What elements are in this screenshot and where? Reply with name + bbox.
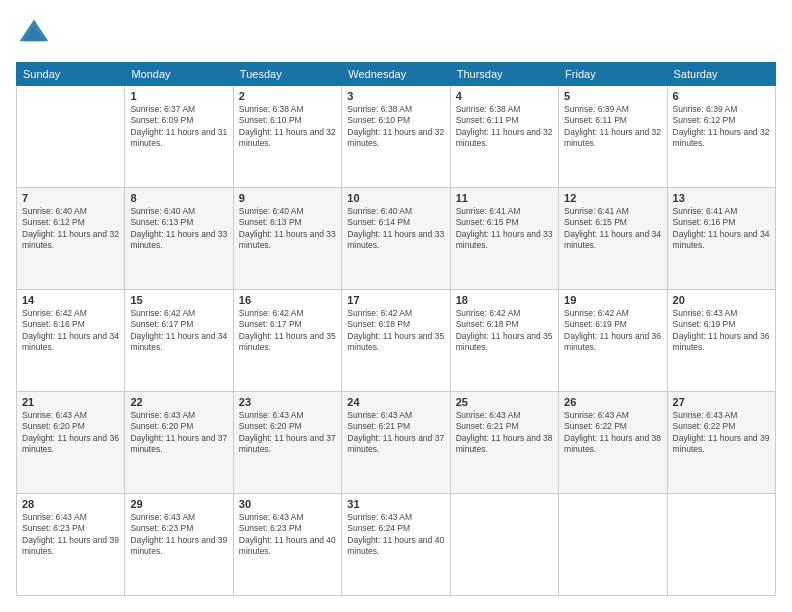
cell-info: Sunrise: 6:42 AMSunset: 6:16 PMDaylight:…	[22, 308, 119, 354]
calendar-cell: 27Sunrise: 6:43 AMSunset: 6:22 PMDayligh…	[667, 392, 775, 494]
cell-info: Sunrise: 6:40 AMSunset: 6:13 PMDaylight:…	[239, 206, 336, 252]
week-row-3: 14Sunrise: 6:42 AMSunset: 6:16 PMDayligh…	[17, 290, 776, 392]
cell-info: Sunrise: 6:41 AMSunset: 6:15 PMDaylight:…	[456, 206, 553, 252]
week-row-4: 21Sunrise: 6:43 AMSunset: 6:20 PMDayligh…	[17, 392, 776, 494]
cell-info: Sunrise: 6:37 AMSunset: 6:09 PMDaylight:…	[130, 104, 227, 150]
calendar-cell: 10Sunrise: 6:40 AMSunset: 6:14 PMDayligh…	[342, 188, 450, 290]
calendar-cell	[450, 494, 558, 596]
calendar-cell: 25Sunrise: 6:43 AMSunset: 6:21 PMDayligh…	[450, 392, 558, 494]
week-row-1: 1Sunrise: 6:37 AMSunset: 6:09 PMDaylight…	[17, 86, 776, 188]
calendar-cell: 30Sunrise: 6:43 AMSunset: 6:23 PMDayligh…	[233, 494, 341, 596]
cell-day-number: 31	[347, 498, 444, 510]
weekday-header-tuesday: Tuesday	[233, 63, 341, 86]
calendar-cell: 22Sunrise: 6:43 AMSunset: 6:20 PMDayligh…	[125, 392, 233, 494]
cell-day-number: 24	[347, 396, 444, 408]
calendar-cell: 1Sunrise: 6:37 AMSunset: 6:09 PMDaylight…	[125, 86, 233, 188]
cell-info: Sunrise: 6:43 AMSunset: 6:24 PMDaylight:…	[347, 512, 444, 558]
cell-day-number: 23	[239, 396, 336, 408]
cell-day-number: 29	[130, 498, 227, 510]
cell-info: Sunrise: 6:38 AMSunset: 6:10 PMDaylight:…	[347, 104, 444, 150]
calendar-table: SundayMondayTuesdayWednesdayThursdayFrid…	[16, 62, 776, 596]
cell-info: Sunrise: 6:42 AMSunset: 6:18 PMDaylight:…	[456, 308, 553, 354]
calendar-cell: 31Sunrise: 6:43 AMSunset: 6:24 PMDayligh…	[342, 494, 450, 596]
cell-info: Sunrise: 6:43 AMSunset: 6:23 PMDaylight:…	[130, 512, 227, 558]
cell-day-number: 7	[22, 192, 119, 204]
cell-info: Sunrise: 6:41 AMSunset: 6:16 PMDaylight:…	[673, 206, 770, 252]
header	[16, 16, 776, 52]
cell-info: Sunrise: 6:39 AMSunset: 6:12 PMDaylight:…	[673, 104, 770, 150]
calendar-cell: 29Sunrise: 6:43 AMSunset: 6:23 PMDayligh…	[125, 494, 233, 596]
cell-day-number: 13	[673, 192, 770, 204]
page: SundayMondayTuesdayWednesdayThursdayFrid…	[0, 0, 792, 612]
calendar-cell: 4Sunrise: 6:38 AMSunset: 6:11 PMDaylight…	[450, 86, 558, 188]
cell-day-number: 11	[456, 192, 553, 204]
cell-day-number: 27	[673, 396, 770, 408]
cell-day-number: 30	[239, 498, 336, 510]
cell-day-number: 17	[347, 294, 444, 306]
cell-day-number: 12	[564, 192, 661, 204]
logo	[16, 16, 56, 52]
calendar-cell: 8Sunrise: 6:40 AMSunset: 6:13 PMDaylight…	[125, 188, 233, 290]
cell-day-number: 28	[22, 498, 119, 510]
weekday-header-sunday: Sunday	[17, 63, 125, 86]
cell-info: Sunrise: 6:42 AMSunset: 6:17 PMDaylight:…	[130, 308, 227, 354]
cell-day-number: 15	[130, 294, 227, 306]
cell-info: Sunrise: 6:43 AMSunset: 6:23 PMDaylight:…	[239, 512, 336, 558]
cell-info: Sunrise: 6:43 AMSunset: 6:22 PMDaylight:…	[564, 410, 661, 456]
cell-day-number: 16	[239, 294, 336, 306]
cell-day-number: 25	[456, 396, 553, 408]
calendar-cell	[17, 86, 125, 188]
cell-info: Sunrise: 6:43 AMSunset: 6:19 PMDaylight:…	[673, 308, 770, 354]
calendar-cell: 13Sunrise: 6:41 AMSunset: 6:16 PMDayligh…	[667, 188, 775, 290]
weekday-header-monday: Monday	[125, 63, 233, 86]
calendar-cell: 11Sunrise: 6:41 AMSunset: 6:15 PMDayligh…	[450, 188, 558, 290]
calendar-cell: 15Sunrise: 6:42 AMSunset: 6:17 PMDayligh…	[125, 290, 233, 392]
cell-day-number: 6	[673, 90, 770, 102]
weekday-header-thursday: Thursday	[450, 63, 558, 86]
weekday-header-wednesday: Wednesday	[342, 63, 450, 86]
cell-info: Sunrise: 6:43 AMSunset: 6:22 PMDaylight:…	[673, 410, 770, 456]
cell-info: Sunrise: 6:39 AMSunset: 6:11 PMDaylight:…	[564, 104, 661, 150]
calendar-cell: 19Sunrise: 6:42 AMSunset: 6:19 PMDayligh…	[559, 290, 667, 392]
cell-day-number: 8	[130, 192, 227, 204]
cell-info: Sunrise: 6:40 AMSunset: 6:12 PMDaylight:…	[22, 206, 119, 252]
cell-day-number: 22	[130, 396, 227, 408]
cell-info: Sunrise: 6:42 AMSunset: 6:19 PMDaylight:…	[564, 308, 661, 354]
calendar-cell: 24Sunrise: 6:43 AMSunset: 6:21 PMDayligh…	[342, 392, 450, 494]
cell-day-number: 1	[130, 90, 227, 102]
cell-day-number: 19	[564, 294, 661, 306]
cell-info: Sunrise: 6:42 AMSunset: 6:17 PMDaylight:…	[239, 308, 336, 354]
cell-info: Sunrise: 6:43 AMSunset: 6:21 PMDaylight:…	[456, 410, 553, 456]
weekday-header-saturday: Saturday	[667, 63, 775, 86]
calendar-cell: 6Sunrise: 6:39 AMSunset: 6:12 PMDaylight…	[667, 86, 775, 188]
calendar-cell: 9Sunrise: 6:40 AMSunset: 6:13 PMDaylight…	[233, 188, 341, 290]
cell-day-number: 18	[456, 294, 553, 306]
cell-info: Sunrise: 6:42 AMSunset: 6:18 PMDaylight:…	[347, 308, 444, 354]
cell-day-number: 20	[673, 294, 770, 306]
calendar-cell: 16Sunrise: 6:42 AMSunset: 6:17 PMDayligh…	[233, 290, 341, 392]
cell-day-number: 21	[22, 396, 119, 408]
week-row-5: 28Sunrise: 6:43 AMSunset: 6:23 PMDayligh…	[17, 494, 776, 596]
calendar-cell: 23Sunrise: 6:43 AMSunset: 6:20 PMDayligh…	[233, 392, 341, 494]
cell-info: Sunrise: 6:43 AMSunset: 6:20 PMDaylight:…	[130, 410, 227, 456]
calendar-cell: 17Sunrise: 6:42 AMSunset: 6:18 PMDayligh…	[342, 290, 450, 392]
calendar-cell: 26Sunrise: 6:43 AMSunset: 6:22 PMDayligh…	[559, 392, 667, 494]
calendar-cell	[667, 494, 775, 596]
cell-info: Sunrise: 6:40 AMSunset: 6:14 PMDaylight:…	[347, 206, 444, 252]
cell-info: Sunrise: 6:40 AMSunset: 6:13 PMDaylight:…	[130, 206, 227, 252]
cell-info: Sunrise: 6:43 AMSunset: 6:21 PMDaylight:…	[347, 410, 444, 456]
cell-day-number: 3	[347, 90, 444, 102]
cell-day-number: 9	[239, 192, 336, 204]
calendar-cell: 7Sunrise: 6:40 AMSunset: 6:12 PMDaylight…	[17, 188, 125, 290]
calendar-cell	[559, 494, 667, 596]
cell-info: Sunrise: 6:41 AMSunset: 6:15 PMDaylight:…	[564, 206, 661, 252]
logo-icon	[16, 16, 52, 52]
weekday-header-row: SundayMondayTuesdayWednesdayThursdayFrid…	[17, 63, 776, 86]
cell-day-number: 14	[22, 294, 119, 306]
calendar-cell: 3Sunrise: 6:38 AMSunset: 6:10 PMDaylight…	[342, 86, 450, 188]
calendar-cell: 28Sunrise: 6:43 AMSunset: 6:23 PMDayligh…	[17, 494, 125, 596]
cell-day-number: 26	[564, 396, 661, 408]
week-row-2: 7Sunrise: 6:40 AMSunset: 6:12 PMDaylight…	[17, 188, 776, 290]
calendar-cell: 21Sunrise: 6:43 AMSunset: 6:20 PMDayligh…	[17, 392, 125, 494]
weekday-header-friday: Friday	[559, 63, 667, 86]
